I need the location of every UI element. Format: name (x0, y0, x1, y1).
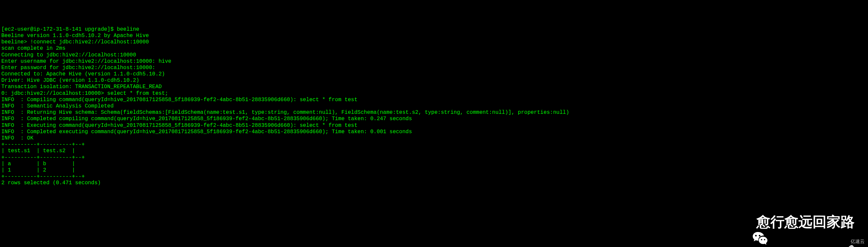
terminal-line: +----------+----------+--+ (1, 142, 867, 148)
cloud-icon (843, 238, 849, 244)
terminal-line: INFO : Completed compiling command(query… (1, 116, 867, 122)
wechat-icon (736, 214, 752, 230)
terminal-line: +----------+----------+--+ (1, 174, 867, 180)
terminal-line: INFO : Completed executing command(query… (1, 129, 867, 135)
terminal-line: Connecting to jdbc:hive2://localhost:100… (1, 52, 867, 59)
terminal-line: Beeline version 1.1.0-cdh5.10.2 by Apach… (1, 33, 867, 39)
terminal-line: beeline> !connect jdbc:hive2://localhost… (1, 39, 867, 45)
terminal-output[interactable]: [ec2-user@ip-172-31-8-141 upgrade]$ beel… (1, 26, 867, 186)
terminal-line: INFO : Compiling command(queryId=hive_20… (1, 97, 867, 103)
terminal-line: Enter username for jdbc:hive2://localhos… (1, 59, 867, 65)
terminal-line: | 1 | 2 | (1, 167, 867, 174)
terminal-line: | a | b | (1, 161, 867, 167)
terminal-line: scan complete in 2ms (1, 45, 867, 52)
watermark-corner-text: 亿速云 (850, 239, 865, 244)
terminal-line: Connected to: Apache Hive (version 1.1.0… (1, 71, 867, 77)
terminal-line: 2 rows selected (0.471 seconds) (1, 180, 867, 186)
terminal-line: INFO : Semantic Analysis Completed (1, 103, 867, 109)
terminal-line: Enter password for jdbc:hive2://localhos… (1, 65, 867, 71)
watermark-main-text: 愈行愈远回家路 (756, 214, 855, 230)
terminal-line: Driver: Hive JDBC (version 1.1.0-cdh5.10… (1, 77, 867, 84)
watermark-main: 愈行愈远回家路 (736, 214, 855, 230)
terminal-line: | test.s1 | test.s2 | (1, 148, 867, 154)
watermark-corner: 亿速云 (843, 238, 865, 244)
terminal-line: INFO : Executing command(queryId=hive_20… (1, 122, 867, 129)
terminal-line: 0: jdbc:hive2://localhost:10000> select … (1, 91, 867, 97)
terminal-line: [ec2-user@ip-172-31-8-141 upgrade]$ beel… (1, 26, 867, 33)
terminal-line: INFO : OK (1, 135, 867, 142)
terminal-line: INFO : Returning Hive schema: Schema(fie… (1, 109, 867, 116)
terminal-line: +----------+----------+--+ (1, 154, 867, 161)
terminal-line: Transaction isolation: TRANSACTION_REPEA… (1, 84, 867, 90)
